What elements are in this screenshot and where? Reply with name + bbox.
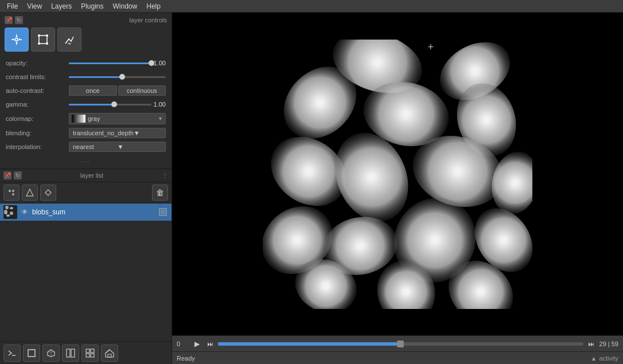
svg-point-4 (46, 42, 48, 45)
menu-layers[interactable]: Layers (46, 1, 76, 11)
opacity-slider[interactable] (69, 59, 151, 67)
auto-contrast-buttons: once continuous (69, 85, 166, 96)
auto-contrast-row: auto-contrast: once continuous (2, 84, 169, 97)
transform-tool-button[interactable] (31, 28, 55, 52)
layer-controls-section: 📌 ↻ layer controls (0, 13, 172, 169)
shapes-layer-button[interactable] (22, 185, 38, 201)
paint-tool-button[interactable] (57, 28, 81, 52)
layer-item[interactable]: 👁 blobs_sum (0, 203, 172, 221)
timeline-end-icon[interactable]: ⏭ (587, 339, 596, 349)
svg-marker-8 (26, 189, 33, 196)
layer-list-header: 📌 ↻ layer list ⋮ (0, 169, 172, 182)
timeline-thumb[interactable] (397, 340, 404, 347)
svg-point-6 (12, 193, 14, 195)
svg-point-3 (38, 42, 40, 45)
layer-list-pin-icon[interactable]: 📌 (3, 171, 11, 179)
activity-section[interactable]: ▲ activity (590, 355, 618, 362)
statusbar: Ready ▲ activity (172, 351, 623, 364)
blending-value: translucent_no_depth (73, 130, 134, 136)
layer-list-refresh-icon[interactable]: ↻ (14, 171, 22, 179)
timeline-slider[interactable] (218, 342, 583, 346)
menu-file[interactable]: File (2, 1, 22, 11)
blending-label: blending: (6, 130, 69, 136)
tool-buttons-row (2, 25, 169, 54)
timeline: 0 ▶ ⏭ ⏭ 29 | 59 (172, 335, 623, 351)
svg-point-1 (38, 34, 40, 37)
svg-rect-18 (91, 354, 94, 357)
delete-layer-button[interactable]: 🗑 (152, 185, 168, 201)
auto-contrast-label: auto-contrast: (6, 87, 69, 94)
dots-row: ... (2, 154, 169, 166)
menu-help[interactable]: Help (142, 1, 165, 11)
gamma-label: gamma: (6, 101, 69, 108)
blending-select[interactable]: translucent_no_depth ▼ (69, 128, 166, 138)
canvas-area: + 0 ▶ ⏭ ⏭ 29 | 59 Ready ▲ activity (172, 13, 623, 364)
opacity-label: opacity: (6, 60, 69, 66)
contrast-slider[interactable] (69, 73, 166, 81)
console-button[interactable] (3, 345, 21, 362)
grid-button[interactable] (81, 345, 99, 362)
bottom-toolbar (0, 341, 172, 364)
layer-tools: 🗑 (0, 182, 172, 203)
labels-layer-button[interactable] (40, 185, 56, 201)
menu-view[interactable]: View (22, 1, 46, 11)
colormap-swatch (72, 115, 85, 123)
pin-icon[interactable]: 📌 (5, 16, 13, 24)
interpolation-row: interpolation: nearest ▼ (2, 140, 169, 154)
interpolation-label: interpolation: (6, 143, 69, 150)
interpolation-select[interactable]: nearest ▼ (69, 142, 166, 152)
blending-row: blending: translucent_no_depth ▼ (2, 126, 169, 140)
timeline-fill (218, 342, 400, 346)
svg-point-7 (12, 190, 14, 192)
viewer-canvas (263, 40, 532, 309)
skip-end-button[interactable]: ⏭ (205, 339, 215, 349)
layer-list-menu-icon[interactable]: ⋮ (162, 172, 168, 179)
colormap-value: gray (88, 115, 158, 122)
contrast-label: contrast limits: (6, 73, 69, 80)
continuous-button[interactable]: continuous (118, 85, 166, 96)
script-button[interactable] (23, 345, 40, 362)
frame-total: 59 (612, 340, 618, 347)
layer-controls-icons: 📌 ↻ (5, 16, 23, 24)
svg-rect-0 (39, 36, 47, 44)
activity-icon: ▲ (590, 355, 597, 362)
layer-controls-header: 📌 ↻ layer controls (2, 15, 169, 25)
svg-rect-10 (161, 210, 165, 214)
layer-list-title: layer list (80, 172, 103, 179)
blending-dropdown-arrow: ▼ (134, 130, 162, 136)
dots: ... (81, 156, 90, 164)
svg-rect-17 (86, 354, 89, 357)
refresh-icon[interactable]: ↻ (15, 16, 23, 24)
points-layer-button[interactable] (3, 185, 20, 201)
layer-controls-title: layer controls (130, 17, 167, 24)
svg-rect-19 (108, 354, 111, 357)
once-button[interactable]: once (69, 85, 117, 96)
colormap-label: colormap: (6, 115, 69, 122)
3d-view-button[interactable] (42, 345, 60, 362)
svg-rect-12 (28, 350, 35, 357)
layer-visibility-toggle[interactable]: 👁 (20, 207, 30, 217)
menu-plugins[interactable]: Plugins (76, 1, 108, 11)
interpolation-dropdown-arrow: ▼ (118, 143, 162, 150)
activity-text: activity (599, 355, 618, 362)
main-area: 📌 ↻ layer controls (0, 13, 623, 364)
home-button[interactable] (101, 345, 118, 362)
layer-name: blobs_sum (32, 208, 155, 216)
move-tool-button[interactable] (5, 28, 29, 52)
left-panel: 📌 ↻ layer controls (0, 13, 172, 364)
timeline-start-frame: 0 (177, 340, 188, 347)
split-button[interactable] (62, 345, 79, 362)
svg-rect-16 (91, 349, 94, 353)
play-button[interactable]: ▶ (192, 339, 202, 349)
svg-rect-13 (67, 349, 70, 357)
svg-point-5 (9, 190, 11, 192)
image-container[interactable]: + (172, 13, 623, 335)
layer-thumbnail (3, 205, 17, 219)
frame-info: 29 | 59 (599, 340, 618, 347)
menu-window[interactable]: Window (108, 1, 142, 11)
colormap-select[interactable]: gray ▼ (69, 113, 166, 124)
colormap-dropdown-arrow: ▼ (158, 116, 163, 122)
menubar: File View Layers Plugins Window Help (0, 0, 623, 13)
svg-point-2 (46, 34, 48, 37)
gamma-slider[interactable] (69, 100, 151, 108)
